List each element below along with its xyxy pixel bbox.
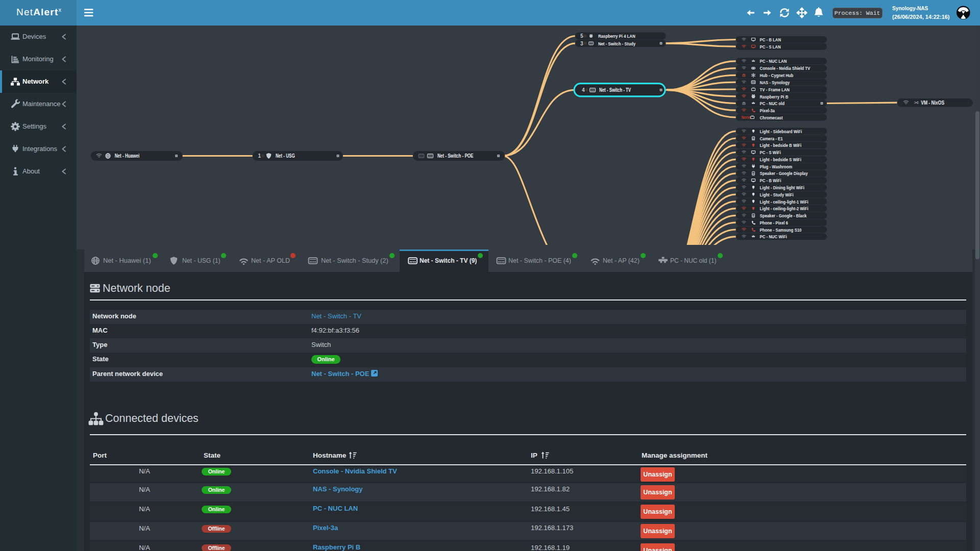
svg-text:NAS - Synology: NAS - Synology	[760, 80, 790, 85]
svg-text:Chromecast: Chromecast	[760, 115, 783, 120]
svg-text:Light - bedside B WiFi: Light - bedside B WiFi	[760, 142, 802, 148]
svg-text:VM - NixOS: VM - NixOS	[921, 100, 944, 106]
svg-text:Net - USG: Net - USG	[276, 153, 295, 159]
svg-text:1: 1	[258, 153, 261, 159]
svg-text:Console - Nvidia Shield TV: Console - Nvidia Shield TV	[760, 65, 811, 71]
svg-text:Light - ceiling-light-2 WiFi: Light - ceiling-light-2 WiFi	[760, 206, 808, 211]
svg-text:PC - B WiFi: PC - B WiFi	[760, 178, 781, 183]
svg-text:Speaker - Google Display: Speaker - Google Display	[760, 170, 808, 176]
svg-text:PC - S LAN: PC - S LAN	[760, 44, 781, 49]
svg-text:Net - Huawei: Net - Huawei	[115, 153, 140, 159]
svg-text:Net - Switch - POE: Net - Switch - POE	[437, 153, 474, 159]
svg-text:Net - Switch - Study: Net - Switch - Study	[598, 41, 636, 46]
svg-text:Light - bedside S WiFi: Light - bedside S WiFi	[760, 157, 801, 162]
svg-text:PC - NUC old: PC - NUC old	[760, 101, 785, 106]
svg-text:Camera - E1: Camera - E1	[760, 136, 783, 141]
svg-text:Plug - Washroom: Plug - Washroom	[760, 164, 793, 169]
svg-text:5: 5	[580, 33, 583, 39]
svg-text:Raspberry Pi 4 LAN: Raspberry Pi 4 LAN	[598, 33, 635, 39]
svg-text:PC - B LAN: PC - B LAN	[760, 37, 781, 42]
svg-text:Pixel-3a: Pixel-3a	[760, 108, 775, 113]
svg-text:Hub - Cygnet Hub: Hub - Cygnet Hub	[760, 72, 794, 78]
svg-text:Net - Switch - TV: Net - Switch - TV	[599, 87, 631, 93]
svg-text:TV - Frame LAN: TV - Frame LAN	[760, 87, 790, 92]
svg-text:Light - Dining light WiFi: Light - Dining light WiFi	[760, 185, 804, 190]
svg-text:Light - ceiling-light-1 WiFi: Light - ceiling-light-1 WiFi	[760, 199, 808, 205]
svg-text:Raspberry Pi B: Raspberry Pi B	[760, 94, 789, 99]
svg-text:PC - S WiFi: PC - S WiFi	[760, 149, 781, 155]
svg-text:None: None	[742, 115, 751, 120]
svg-text:3: 3	[580, 41, 583, 46]
svg-text:PC - NUC WiFi: PC - NUC WiFi	[760, 234, 787, 239]
svg-text:PC - NUC LAN: PC - NUC LAN	[760, 58, 787, 64]
svg-text:4: 4	[582, 87, 585, 93]
svg-text:Speaker - Google - Black: Speaker - Google - Black	[760, 213, 807, 218]
svg-text:Phone - Pixel 6: Phone - Pixel 6	[760, 220, 788, 226]
svg-text:Phone - Samsung S10: Phone - Samsung S10	[760, 227, 802, 233]
svg-text:Light - Sideboard WiFi: Light - Sideboard WiFi	[760, 129, 802, 134]
svg-text:Light - Study WiFi: Light - Study WiFi	[760, 192, 794, 197]
